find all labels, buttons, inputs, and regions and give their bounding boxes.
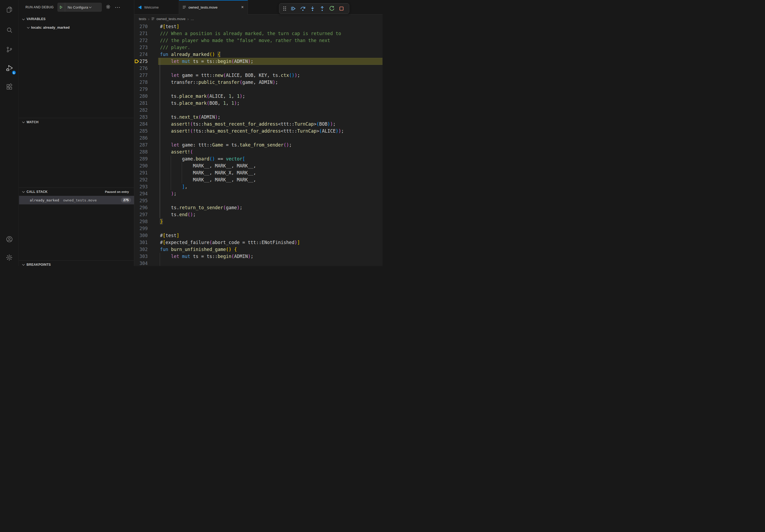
line-number[interactable]: 304 bbox=[134, 260, 158, 266]
code-line[interactable]: 293 ], bbox=[134, 183, 382, 190]
line-number[interactable]: 276 bbox=[134, 65, 158, 72]
line-number[interactable]: 282 bbox=[134, 107, 158, 114]
code-line[interactable]: 275 let mut ts = ts::begin(ADMIN); bbox=[134, 58, 382, 65]
code-line[interactable]: 298} bbox=[134, 218, 382, 225]
breadcrumb-file[interactable]: owned_tests.move bbox=[156, 17, 185, 21]
code-line[interactable]: 285 assert!(!ts::has_most_recent_for_add… bbox=[134, 128, 382, 134]
line-number[interactable]: 279 bbox=[134, 86, 158, 93]
line-number[interactable]: 295 bbox=[134, 197, 158, 204]
line-number[interactable]: 272 bbox=[134, 37, 158, 44]
code-line[interactable]: 294 ); bbox=[134, 190, 382, 197]
line-number[interactable]: 293 bbox=[134, 183, 158, 190]
line-number[interactable]: 278 bbox=[134, 79, 158, 86]
code-line[interactable]: 270#[test] bbox=[134, 23, 382, 30]
debug-config-dropdown[interactable]: No Configura bbox=[57, 3, 102, 12]
line-number[interactable]: 291 bbox=[134, 169, 158, 176]
restart-button[interactable] bbox=[328, 5, 336, 13]
code-line[interactable]: 297 ts.end(); bbox=[134, 211, 382, 218]
source-control-icon[interactable] bbox=[3, 43, 16, 56]
explorer-icon[interactable] bbox=[3, 3, 16, 16]
settings-gear-icon[interactable] bbox=[3, 251, 16, 264]
line-number[interactable]: 287 bbox=[134, 141, 158, 148]
code-line[interactable]: 272/// the player who made the "false" m… bbox=[134, 37, 382, 44]
variables-section-header[interactable]: VARIABLES bbox=[19, 15, 134, 23]
code-line[interactable]: 277 let game = ttt::new(ALICE, BOB, KEY,… bbox=[134, 72, 382, 79]
line-number[interactable]: 280 bbox=[134, 93, 158, 100]
launch-settings-gear-icon[interactable] bbox=[106, 4, 111, 10]
code-line[interactable]: 282 bbox=[134, 107, 382, 114]
line-number[interactable]: 289 bbox=[134, 155, 158, 162]
line-number[interactable]: 297 bbox=[134, 211, 158, 218]
code-line[interactable]: 301#[expected_failure(abort_code = ttt::… bbox=[134, 239, 382, 246]
continue-button[interactable] bbox=[289, 5, 298, 13]
watch-section-header[interactable]: WATCH bbox=[19, 118, 134, 126]
code-line[interactable]: 291 MARK__, MARK_X, MARK__, bbox=[134, 169, 382, 176]
code-line[interactable]: 304 bbox=[134, 260, 382, 266]
code-line[interactable]: 281 ts.place_mark(BOB, 1, 1); bbox=[134, 100, 382, 107]
line-number[interactable]: 302 bbox=[134, 246, 158, 253]
code-line[interactable]: 299 bbox=[134, 225, 382, 232]
toolbar-drag-grip[interactable] bbox=[282, 5, 288, 13]
breakpoints-section-header[interactable]: BREAKPOINTS bbox=[19, 260, 134, 266]
line-number[interactable]: 303 bbox=[134, 253, 158, 260]
code-line[interactable]: 271/// When a position is already marked… bbox=[134, 30, 382, 37]
code-line[interactable]: 280 ts.place_mark(ALICE, 1, 1); bbox=[134, 93, 382, 100]
line-number[interactable]: 273 bbox=[134, 44, 158, 51]
tab-welcome[interactable]: Welcome bbox=[134, 0, 179, 14]
code-line[interactable]: 300#[test] bbox=[134, 232, 382, 239]
step-out-button[interactable] bbox=[318, 5, 327, 13]
code-line[interactable]: 284 assert!(ts::has_most_recent_for_addr… bbox=[134, 121, 382, 128]
extensions-icon[interactable] bbox=[3, 80, 16, 93]
code-line[interactable]: 279 bbox=[134, 86, 382, 93]
line-number[interactable]: 298 bbox=[134, 218, 158, 225]
code-line[interactable]: 283 ts.next_tx(ADMIN); bbox=[134, 114, 382, 121]
search-icon[interactable] bbox=[3, 24, 16, 37]
line-number[interactable]: 292 bbox=[134, 176, 158, 183]
code-line[interactable]: 290 MARK__, MARK__, MARK__, bbox=[134, 162, 382, 169]
line-number[interactable]: 296 bbox=[134, 204, 158, 211]
code-line[interactable]: 286 bbox=[134, 134, 382, 141]
call-stack-frame-row[interactable]: already_marked owned_tests.move 275 bbox=[19, 196, 134, 204]
call-stack-section-header[interactable]: CALL STACK Paused on entry bbox=[19, 187, 134, 195]
start-debug-icon[interactable] bbox=[57, 3, 65, 12]
step-over-button[interactable] bbox=[299, 5, 307, 13]
line-number[interactable]: 288 bbox=[134, 148, 158, 155]
code-line[interactable]: 303 let mut ts = ts::begin(ADMIN); bbox=[134, 253, 382, 260]
breadcrumb-folder[interactable]: tests bbox=[139, 17, 146, 21]
code-line[interactable]: 278 transfer::public_transfer(game, ADMI… bbox=[134, 79, 382, 86]
code-line[interactable]: 288 assert!( bbox=[134, 148, 382, 155]
line-number[interactable]: 284 bbox=[134, 121, 158, 128]
line-number[interactable]: 274 bbox=[134, 51, 158, 58]
line-number[interactable]: 285 bbox=[134, 128, 158, 134]
code-line[interactable]: 276 bbox=[134, 65, 382, 72]
more-actions-icon[interactable]: ··· bbox=[115, 5, 121, 10]
stop-button[interactable] bbox=[337, 5, 346, 13]
code-line[interactable]: 296 ts.return_to_sender(game); bbox=[134, 204, 382, 211]
line-number[interactable]: 281 bbox=[134, 100, 158, 107]
code-line[interactable]: 295 bbox=[134, 197, 382, 204]
code-line[interactable]: 292 MARK__, MARK__, MARK__, bbox=[134, 176, 382, 183]
code-editor[interactable]: 270#[test]271/// When a position is alre… bbox=[134, 23, 382, 266]
line-number[interactable]: 290 bbox=[134, 162, 158, 169]
breadcrumb-symbol-ellipsis[interactable]: … bbox=[191, 17, 194, 21]
line-number[interactable]: 299 bbox=[134, 225, 158, 232]
code-line[interactable]: 302fun burn_unfinished_game() { bbox=[134, 246, 382, 253]
line-number[interactable]: 277 bbox=[134, 72, 158, 79]
code-line[interactable]: 289 game.board() == vector[ bbox=[134, 155, 382, 162]
line-number[interactable]: 300 bbox=[134, 232, 158, 239]
line-number[interactable]: 301 bbox=[134, 239, 158, 246]
tab-owned-tests-move[interactable]: owned_tests.move × bbox=[179, 0, 248, 14]
line-number[interactable]: 275 bbox=[134, 58, 158, 65]
variables-locals-row[interactable]: locals: already_marked bbox=[19, 24, 134, 31]
code-line[interactable]: 274fun already_marked() { bbox=[134, 51, 382, 58]
close-tab-icon[interactable]: × bbox=[241, 5, 245, 10]
line-number[interactable]: 294 bbox=[134, 190, 158, 197]
step-into-button[interactable] bbox=[308, 5, 317, 13]
line-number[interactable]: 286 bbox=[134, 134, 158, 141]
line-number[interactable]: 270 bbox=[134, 23, 158, 30]
account-icon[interactable] bbox=[3, 233, 16, 246]
run-and-debug-icon[interactable]: 1 bbox=[3, 62, 16, 75]
code-line[interactable]: 287 let game: ttt::Game = ts.take_from_s… bbox=[134, 141, 382, 148]
line-number[interactable]: 271 bbox=[134, 30, 158, 37]
code-line[interactable]: 273/// player. bbox=[134, 44, 382, 51]
